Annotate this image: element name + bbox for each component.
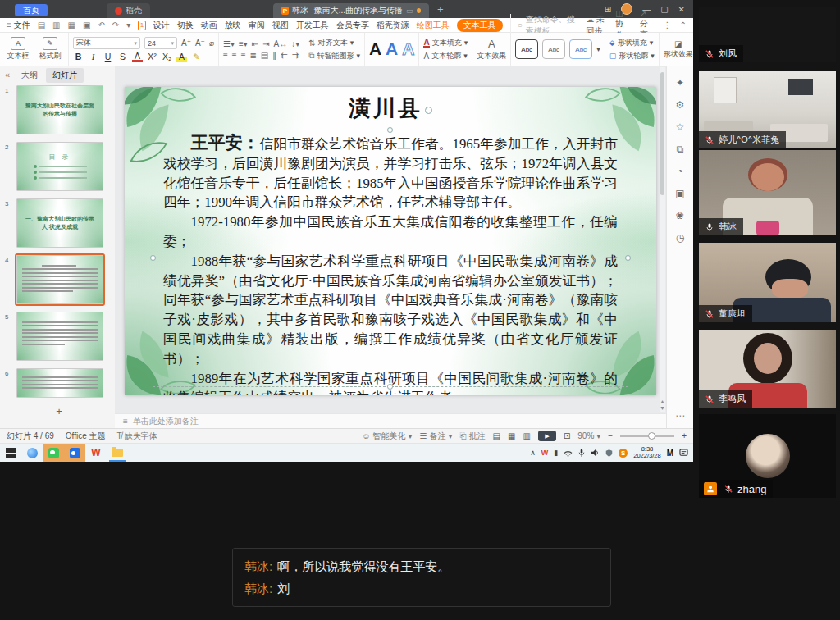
font-color-button[interactable]: A <box>132 52 143 62</box>
slide-thumbnail-5[interactable]: 5 <box>16 312 102 361</box>
zoom-slider-knob[interactable] <box>648 432 655 440</box>
text-style-preset-1[interactable]: Abc <box>515 39 538 59</box>
highlight-button[interactable]: A <box>176 52 187 62</box>
superscript-button[interactable]: X² <box>147 52 158 62</box>
sorter-view-icon[interactable]: ▦ <box>508 431 515 440</box>
share-panel-icon[interactable]: ✦ <box>676 77 684 89</box>
underline-button[interactable]: U <box>103 52 113 62</box>
shape-effects-button[interactable]: ◪形状效果 <box>664 39 693 60</box>
distribute-icon[interactable]: ▤ <box>261 51 268 60</box>
slideshow-play-button[interactable]: ▶ <box>538 431 556 441</box>
slide-thumbnail-6[interactable]: 6 <box>16 368 102 398</box>
decrease-indent-icon[interactable]: ⇤ <box>252 39 258 48</box>
justify-icon[interactable]: ≣ <box>249 51 256 60</box>
collapse-ribbon-icon[interactable]: ⌃ <box>680 21 687 30</box>
align-left-icon[interactable]: ≡ <box>223 51 228 60</box>
tray-wps-icon[interactable]: W <box>541 449 549 457</box>
add-slide-button[interactable]: + <box>16 405 102 417</box>
ime-indicator[interactable]: M <box>667 449 673 458</box>
image-library-icon[interactable]: ▣ <box>675 188 684 199</box>
menu-slideshow[interactable]: 放映 <box>225 20 241 31</box>
zoom-slider[interactable] <box>620 435 674 437</box>
redo-icon[interactable]: ↷ <box>112 21 119 30</box>
char-spacing-icon[interactable]: A↔ <box>274 39 288 48</box>
tab-docer[interactable]: 稻壳 <box>107 3 150 18</box>
style-gallery-more-icon[interactable]: ▾ <box>596 45 600 53</box>
slide-thumbnail-2[interactable]: 2 目 录 <box>16 142 102 191</box>
tab-document[interactable]: P韩冰--豫南大...曲的传承与传播▭ <box>273 3 429 18</box>
wordart-style-1[interactable]: A <box>369 40 381 58</box>
new-star-icon[interactable]: ☆ <box>676 121 685 133</box>
increase-font-icon[interactable]: A⁺ <box>181 39 191 48</box>
tray-camera-icon[interactable]: ▮ <box>554 449 558 457</box>
tab-slides[interactable]: 幻灯片 <box>46 68 84 83</box>
collapse-panel-icon[interactable]: « <box>5 70 10 80</box>
smart-beautify-button[interactable]: ☺智能美化 ▾ <box>362 431 412 442</box>
numbered-list-icon[interactable]: ≡▾ <box>239 39 248 48</box>
slide-title[interactable]: 潢川县 <box>125 93 656 123</box>
menu-transitions[interactable]: 切换 <box>177 20 194 31</box>
align-right-icon[interactable]: ≡ <box>241 51 246 60</box>
tab-outline[interactable]: 大纲 <box>21 70 38 81</box>
menu-docer-resources[interactable]: 稻壳资源 <box>377 20 409 31</box>
align-center-icon[interactable]: ≡ <box>232 51 237 60</box>
menu-review[interactable]: 审阅 <box>249 20 265 31</box>
text-style-preset-3[interactable]: Abc <box>569 39 592 59</box>
prev-next-slide-buttons[interactable]: ▲▼ <box>659 399 666 412</box>
taskbar-file-explorer-active[interactable] <box>107 444 128 462</box>
menu-text-tools[interactable]: 文本工具 <box>457 19 503 32</box>
menu-design[interactable]: 设计 <box>153 20 170 31</box>
subscript-button[interactable]: X₂ <box>162 52 172 62</box>
tab-home[interactable]: 首页 <box>15 4 48 16</box>
slide-textbox-selection[interactable]: 王平安：信阳市群众艺术馆音乐工作者。1965年参加工作，入开封市戏校学习，后回潢… <box>153 130 628 387</box>
text-outline-button[interactable]: A文本轮廓▾ <box>423 51 468 62</box>
wordart-style-3[interactable]: A <box>402 40 414 58</box>
tray-360-icon[interactable]: S <box>619 449 628 458</box>
clear-format-icon[interactable]: ⌀ <box>209 39 214 48</box>
normal-view-icon[interactable]: ▤ <box>493 431 500 440</box>
highlight-pen-icon[interactable]: ✎ <box>191 52 202 62</box>
undo-icon[interactable]: ↶ <box>98 21 104 30</box>
scrollbar-thumb[interactable] <box>660 72 664 195</box>
tray-expand-icon[interactable]: ∧ <box>530 449 536 457</box>
align-text-button[interactable]: ⇅对齐文本▾ <box>308 38 360 48</box>
selection-handle[interactable] <box>387 127 393 133</box>
fit-slide-icon[interactable]: ⊡ <box>564 431 570 440</box>
tray-mic-icon[interactable] <box>578 449 585 458</box>
shape-outline-button[interactable]: ▢形状轮廓▾ <box>609 51 655 62</box>
selection-handle[interactable] <box>625 255 631 261</box>
material-flower-icon[interactable]: ❀ <box>676 210 684 221</box>
more-panels-icon[interactable]: ⋯ <box>675 410 685 422</box>
participant-tile-liufeng[interactable]: 刘凤 <box>699 7 836 62</box>
vertical-scrollbar[interactable] <box>660 67 665 412</box>
history-clock-icon[interactable]: ◔ <box>677 166 682 177</box>
indent-right-icon[interactable]: ⇉ <box>292 51 299 60</box>
slide-thumbnail-1[interactable]: 1 豫南大别山民歌在社会层面 的传承与传播 <box>16 85 102 134</box>
tray-security-shield-icon[interactable] <box>605 449 613 458</box>
participant-tile-limingfeng[interactable]: 李鸣凤 <box>699 330 836 408</box>
zoom-in-button[interactable]: + <box>682 431 687 440</box>
reading-view-icon[interactable]: ▥ <box>523 431 530 440</box>
indent-left-icon[interactable]: ⇇ <box>281 51 287 60</box>
slide-canvas[interactable]: 潢川县 王平安：信阳市群众艺术馆音乐工作者。1965年参加工作，入开封市戏校学习… <box>125 87 656 395</box>
text-effects-button[interactable]: A文本效果 <box>477 38 506 62</box>
preview-icon[interactable]: ▣ <box>83 21 90 30</box>
file-menu[interactable]: ≡ 文件 <box>7 20 30 31</box>
zoom-out-button[interactable]: − <box>608 431 613 440</box>
more-menu-icon[interactable]: ⋮ <box>664 21 672 30</box>
save-icon[interactable]: ▤ <box>38 21 45 30</box>
menu-draw-tools[interactable]: 绘图工具 <box>417 20 450 31</box>
selection-handle[interactable] <box>150 255 156 261</box>
menu-devtools[interactable]: 开发工具 <box>296 20 329 31</box>
menu-membership[interactable]: 会员专享 <box>336 20 369 31</box>
notes-bar[interactable]: ≡ 单击此处添加备注 <box>115 413 666 428</box>
bold-button[interactable]: B <box>73 52 84 62</box>
columns-icon[interactable]: ∥ <box>272 51 276 60</box>
shape-fill-button[interactable]: ⬙形状填充▾ <box>609 38 655 48</box>
comments-button[interactable]: ⎗批注 <box>460 431 486 442</box>
participant-tile-zhang[interactable]: zhang <box>699 414 836 498</box>
start-button[interactable] <box>0 444 21 462</box>
text-style-preset-2[interactable]: Abc <box>542 39 565 59</box>
participant-tile-tinger[interactable]: 婷儿^O^米菲兔 <box>699 71 836 148</box>
settings-panel-icon[interactable]: ⚙ <box>676 99 685 111</box>
